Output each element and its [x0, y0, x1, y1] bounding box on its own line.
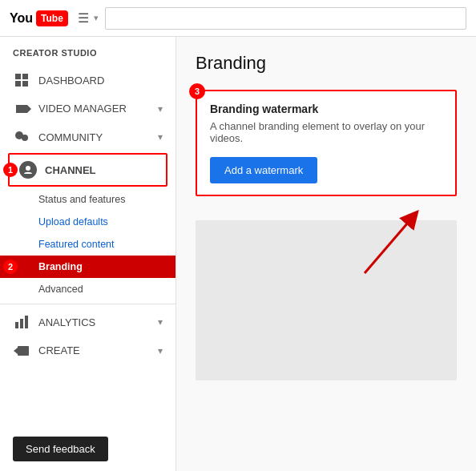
dashboard-label: DASHBOARD: [38, 74, 104, 87]
dropdown-arrow-icon: ▾: [94, 13, 99, 23]
channel-label: CHANNEL: [45, 164, 96, 176]
svg-point-1: [22, 135, 28, 141]
sidebar-item-create[interactable]: CREATE ▾: [0, 336, 175, 364]
badge-2: 2: [3, 260, 18, 274]
community-label: COMMUNITY: [38, 131, 103, 143]
sidebar-footer: Send feedback: [0, 427, 175, 471]
watermark-section-desc: A channel branding element to overlay on…: [210, 120, 442, 144]
community-chevron-icon: ▾: [158, 131, 163, 143]
sidebar-item-community[interactable]: COMMUNITY ▾: [0, 123, 175, 151]
create-icon: [13, 345, 30, 356]
sidebar-item-analytics[interactable]: ANALYTICS ▾: [0, 308, 175, 336]
branding-label: Branding: [38, 261, 83, 272]
channel-icon: [19, 161, 37, 179]
sidebar-item-video-manager[interactable]: VIDEO MANAGER ▾: [0, 95, 175, 123]
content-placeholder: [196, 220, 457, 380]
video-manager-icon: [13, 105, 30, 113]
sidebar-item-dashboard[interactable]: DASHBOARD: [0, 66, 175, 95]
add-watermark-button[interactable]: Add a watermark: [210, 157, 317, 183]
sidebar-item-channel[interactable]: 1 CHANNEL: [8, 153, 167, 187]
create-label: CREATE: [38, 344, 80, 356]
page-title: Branding: [196, 53, 457, 74]
sidebar-sub-advanced[interactable]: Advanced: [0, 278, 175, 300]
analytics-chevron-icon: ▾: [158, 316, 163, 328]
svg-point-2: [26, 166, 30, 171]
svg-rect-3: [18, 346, 29, 356]
sidebar-sub-status[interactable]: Status and features: [0, 188, 175, 211]
analytics-icon: [13, 316, 30, 328]
dashboard-icon: [13, 74, 30, 87]
create-chevron-icon: ▾: [158, 345, 163, 356]
watermark-section-title: Branding watermark: [210, 103, 442, 115]
send-feedback-button[interactable]: Send feedback: [13, 437, 108, 461]
analytics-label: ANALYTICS: [38, 316, 95, 328]
youtube-logo[interactable]: You Tube: [10, 10, 68, 26]
header: You Tube ☰ ▾: [0, 0, 476, 37]
sidebar-sub-upload[interactable]: Upload defaults: [0, 211, 175, 233]
sidebar-sub-featured[interactable]: Featured content: [0, 233, 175, 256]
sidebar: CREATOR STUDIO DASHBOARD VIDEO MANAGER ▾: [0, 37, 176, 471]
sidebar-sub-branding[interactable]: 2 Branding: [0, 256, 175, 278]
community-icon: [13, 131, 30, 143]
badge-3: 3: [189, 83, 205, 99]
main-layout: CREATOR STUDIO DASHBOARD VIDEO MANAGER ▾: [0, 37, 476, 471]
hamburger-icon[interactable]: ☰: [78, 10, 89, 26]
video-manager-chevron-icon: ▾: [158, 103, 163, 115]
content-area: Branding 3 Branding watermark A channel …: [176, 37, 476, 471]
divider-1: [0, 304, 175, 304]
yt-tube-box: Tube: [36, 10, 68, 26]
badge-1: 1: [3, 163, 18, 177]
svg-marker-4: [14, 348, 18, 354]
watermark-box: 3 Branding watermark A channel branding …: [196, 90, 457, 196]
sidebar-title: CREATOR STUDIO: [0, 37, 175, 66]
yt-you-text: You: [10, 11, 33, 26]
video-manager-label: VIDEO MANAGER: [38, 103, 127, 115]
search-input[interactable]: [105, 7, 466, 30]
